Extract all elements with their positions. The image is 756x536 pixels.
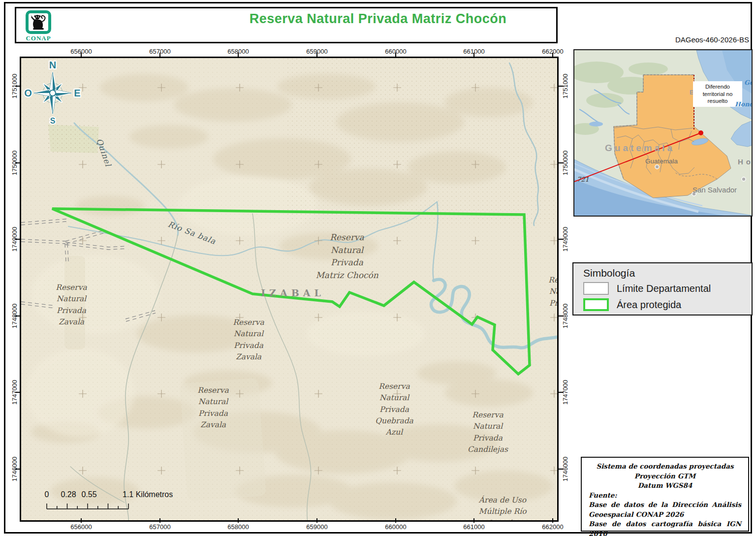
axis-tick [395, 53, 396, 57]
inset-gulf-label-line1: Golfo de [744, 79, 753, 86]
axis-x-label-bottom-4: 660000 [374, 523, 418, 531]
axis-tick [559, 315, 563, 316]
reserve-label-zavala-3: ReservaNaturalPrivadaZavala [197, 385, 228, 431]
axis-tick [552, 53, 553, 57]
legend-item-label: Límite Departamental [617, 283, 711, 294]
axis-tick [316, 518, 317, 523]
axis-tick [559, 162, 563, 163]
main-map: N S E O Quinel Río Sa bala ReservaNatura… [20, 57, 559, 522]
axis-tick [559, 239, 563, 240]
axis-tick [15, 392, 20, 393]
legend-item-1: Área protegida [583, 298, 742, 311]
axis-tick [552, 518, 553, 523]
axis-x-label-bottom-2: 658000 [216, 523, 260, 531]
reserve-label-clipped-right: ReservaNaturalPrivada [548, 275, 559, 309]
axis-tick [559, 86, 563, 87]
axis-tick [15, 162, 20, 163]
inset-country-label: Guatemala [605, 143, 675, 154]
reserve-label-quebrada-azul: ReservaNaturalPrivadaQuebradaAzul [375, 381, 413, 438]
legend-item-label: Área protegida [617, 299, 681, 311]
axis-tick [316, 53, 317, 57]
area-label-rio-sarstun: Área de UsoMúltiple RíoSarstún [479, 495, 527, 522]
inset-small-lake [589, 122, 603, 126]
reserve-label-candilejas: ReservaNaturalPrivadaCandilejas [468, 410, 508, 455]
axis-tick [238, 518, 239, 523]
document-code: DAGeos-460-2026-BS [675, 35, 749, 44]
inset-ref-number: 721 [577, 176, 589, 183]
coordinate-system: Sistema de coordenadas proyectadas [589, 462, 741, 472]
department-label-izabal: IZABAL [261, 287, 325, 298]
reserve-label-zavala-2: ReservaNaturalPrivadaZavala [233, 317, 264, 363]
conap-logo-text: CONAP [21, 34, 56, 42]
legend-swatch [583, 298, 609, 311]
axis-tick [15, 315, 20, 316]
axis-x-label-bottom-6: 662000 [531, 523, 575, 531]
scale-label-half: 0.55 [81, 490, 96, 499]
stipple-texture-ne [287, 58, 559, 225]
source-line-1: Base de datos de la Dirección Análisis G… [589, 500, 741, 519]
page-title: Reserva Natural Privada Matriz Chocón [0, 11, 756, 27]
axis-x-label-bottom-3: 659000 [295, 523, 339, 531]
axis-tick [473, 518, 474, 523]
inset-locator-dot [698, 130, 703, 135]
legend-swatch [583, 282, 609, 295]
axis-x-label-bottom-5: 661000 [452, 523, 496, 531]
projection: Proyección GTM [589, 472, 741, 481]
axis-tick [159, 53, 160, 57]
legend: Simbología Límite DepartamentalÁrea prot… [572, 262, 753, 315]
axis-x-label-bottom-1: 657000 [138, 523, 182, 531]
axis-tick [559, 469, 563, 470]
guatemala-city-dot [655, 165, 659, 169]
axis-tick [559, 392, 563, 393]
datum: Datum WGS84 [589, 481, 741, 491]
axis-tick [81, 53, 82, 57]
scale-bar: 0 0.28 0.55 1.1 Kilómetros [45, 490, 207, 518]
scale-label-0: 0 [45, 490, 49, 499]
legend-title: Simbología [583, 267, 742, 279]
compass-south-label: S [50, 117, 56, 125]
extra-city-dot [742, 177, 746, 181]
inset-san-salvador-label: San Salvador [693, 186, 737, 194]
axis-tick [15, 469, 20, 470]
legend-items: Límite DepartamentalÁrea protegida [583, 282, 742, 311]
map-document: { "page": { "doc_code": "DAGeos-460-2026… [0, 0, 756, 536]
inset-capital-label: Guatemala [645, 158, 678, 165]
reserve-label-zavala-1: ReservaNaturalPrivadaZavala [56, 282, 87, 328]
scale-label-quarter: 0.28 [61, 490, 76, 499]
compass-north-label: N [49, 60, 56, 70]
axis-tick [15, 239, 20, 240]
axis-tick [81, 518, 82, 523]
inset-honduras-label: Honduras [738, 158, 753, 166]
source-label: Fuente: [589, 491, 741, 501]
axis-x-label-bottom-0: 656000 [59, 523, 103, 531]
inset-gulf-label-line2: Honduras [735, 100, 753, 108]
compass-west-label: O [24, 88, 32, 98]
axis-tick [159, 518, 160, 523]
scale-label-full: 1.1 Kilómetros [123, 490, 173, 499]
legend-item-0: Límite Departamental [583, 282, 742, 295]
axis-tick [395, 518, 396, 523]
compass-east-label: E [74, 88, 80, 98]
source-line-2: Base de datos cartografía básica IGN 201… [589, 519, 741, 536]
axis-tick [15, 86, 20, 87]
axis-tick [238, 53, 239, 57]
source-info-box: Sistema de coordenadas proyectadas Proye… [581, 457, 749, 532]
inset-locator-map: B Diferendoterritorial noresuelto Guatem… [573, 49, 753, 217]
axis-tick [473, 53, 474, 57]
scale-bar-ticks [45, 502, 158, 511]
reserve-label-matriz-chocon: ReservaNaturalPrivadaMatriz Chocón [315, 231, 378, 282]
